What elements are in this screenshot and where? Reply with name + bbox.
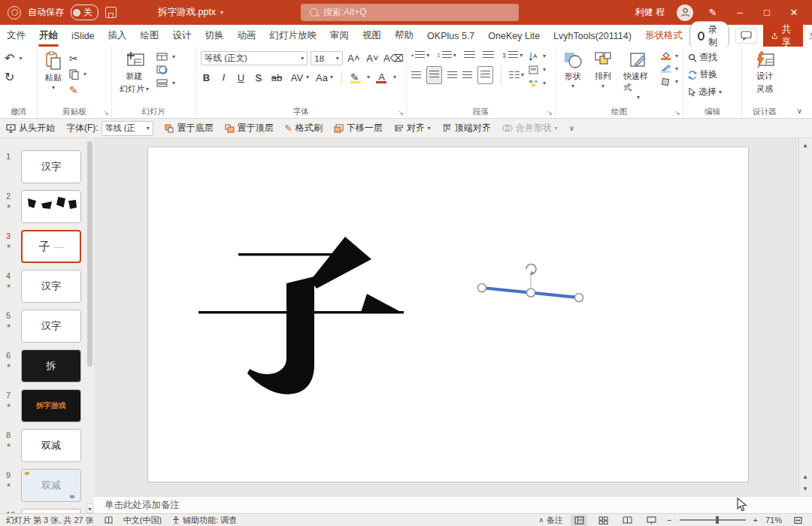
new-slide-button[interactable]: 新建 幻灯片 ▾ bbox=[117, 51, 152, 95]
tab-形状格式[interactable]: 形状格式 bbox=[638, 25, 689, 47]
format-painter-quick-button[interactable]: ✎ 格式刷 bbox=[285, 122, 323, 135]
slideshow-view-button[interactable] bbox=[643, 515, 659, 526]
slide-number-indicator[interactable]: 幻灯片 第 3 张, 共 27 张 bbox=[6, 515, 94, 526]
user-pen-icon[interactable] bbox=[809, 31, 812, 41]
slide-thumbnail-10[interactable]: 10 bbox=[0, 507, 94, 513]
ink-pen-icon[interactable]: ✎ bbox=[705, 7, 720, 18]
quick-styles-button[interactable]: 快速样式 ▾ bbox=[620, 51, 656, 101]
from-beginning-button[interactable]: 从头开始 bbox=[6, 122, 55, 135]
redo-button[interactable]: ↻ bbox=[5, 71, 22, 83]
tab-切换[interactable]: 切换 bbox=[198, 25, 231, 47]
scroll-down-icon[interactable]: ▼ bbox=[86, 503, 93, 513]
tab-审阅[interactable]: 审阅 bbox=[323, 25, 356, 47]
merge-shapes-button[interactable]: 合并形状 ▾ bbox=[502, 122, 558, 135]
shape-fill-button[interactable]: ▾ bbox=[661, 52, 678, 60]
align-top-button[interactable]: 顶端对齐 bbox=[442, 122, 491, 135]
align-center-button[interactable] bbox=[426, 66, 442, 84]
close-button[interactable]: ✕ bbox=[786, 7, 801, 18]
copy-button[interactable]: ▾ bbox=[69, 69, 86, 80]
zoom-in-button[interactable]: + bbox=[753, 515, 758, 524]
comments-button[interactable] bbox=[735, 28, 757, 44]
scrollbar-thumb[interactable] bbox=[87, 141, 92, 367]
slide-canvas-area[interactable]: ▲ ▲ ▼ bbox=[94, 138, 812, 496]
shape-outline-button[interactable]: ▾ bbox=[661, 65, 678, 73]
bullets-button[interactable]: • ▾ bbox=[411, 51, 429, 59]
bold-button[interactable]: B bbox=[201, 72, 212, 83]
slide-editing-surface[interactable] bbox=[147, 147, 749, 482]
italic-button[interactable]: I bbox=[218, 71, 229, 83]
align-text-button[interactable]: ▾ bbox=[529, 65, 546, 74]
midpoint-handle[interactable] bbox=[527, 289, 535, 297]
find-button[interactable]: 查找 bbox=[688, 51, 722, 64]
cut-button[interactable]: ✂ bbox=[69, 53, 86, 64]
tab-设计[interactable]: 设计 bbox=[166, 25, 198, 47]
scroll-up-icon[interactable]: ▲ bbox=[799, 140, 811, 151]
tab-动画[interactable]: 动画 bbox=[231, 25, 263, 47]
canvas-scrollbar[interactable]: ▲ ▲ ▼ bbox=[798, 138, 812, 496]
tab-视图[interactable]: 视图 bbox=[356, 25, 388, 47]
autosave-toggle[interactable]: 关 bbox=[71, 5, 98, 20]
slide-thumbnail-1[interactable]: 1汉字 bbox=[0, 149, 94, 189]
increase-indent-button[interactable] bbox=[483, 51, 494, 59]
smartart-button[interactable]: ▾ bbox=[529, 79, 546, 88]
shrink-font-button[interactable]: A˅ bbox=[365, 53, 380, 64]
tab-LvyhTools(201114)[interactable]: LvyhTools(201114) bbox=[547, 25, 638, 47]
dialog-launcher-icon[interactable]: ↘ bbox=[547, 109, 553, 116]
align-left-button[interactable] bbox=[411, 71, 421, 80]
send-to-back-button[interactable]: 置于底层 bbox=[165, 122, 214, 135]
reading-view-button[interactable] bbox=[619, 515, 635, 526]
send-backward-button[interactable]: 下移一层 bbox=[334, 122, 383, 135]
previous-slide-button[interactable]: ▲ bbox=[799, 471, 811, 482]
rotate-handle-icon[interactable] bbox=[526, 265, 536, 276]
character-spacing-button[interactable]: AV ▾ bbox=[289, 72, 309, 83]
align-right-button[interactable] bbox=[447, 71, 457, 80]
slide-thumbnail-8[interactable]: 8★双减 bbox=[0, 428, 94, 467]
slide-thumbnail-5[interactable]: 5★汉字 bbox=[0, 308, 94, 348]
zoom-slider[interactable] bbox=[680, 519, 746, 521]
app-icon[interactable] bbox=[8, 6, 21, 20]
reset-slide-icon[interactable] bbox=[156, 65, 168, 74]
zoom-slider-thumb[interactable] bbox=[716, 516, 719, 524]
selected-line-shape[interactable] bbox=[478, 265, 583, 302]
tab-file[interactable]: 文件 bbox=[0, 25, 32, 47]
zoom-level[interactable]: 71% bbox=[765, 515, 782, 524]
strikethrough-button[interactable]: ab bbox=[270, 72, 283, 83]
font-quick-select[interactable]: 等线 (正ゞ ▾ bbox=[102, 121, 153, 136]
line-spacing-button[interactable]: ⇕ ▾ bbox=[501, 51, 523, 59]
slide-thumbnail-7[interactable]: 7★拆字游戏 bbox=[0, 388, 94, 428]
save-icon[interactable] bbox=[105, 7, 117, 18]
replace-button[interactable]: 替换 bbox=[688, 68, 722, 81]
avatar[interactable] bbox=[677, 5, 693, 21]
tab-帮助[interactable]: 帮助 bbox=[388, 25, 420, 47]
clear-formatting-button[interactable]: A⌫ bbox=[383, 53, 401, 64]
undo-button[interactable]: ↶ ▾ bbox=[5, 53, 22, 65]
zoom-out-button[interactable]: − bbox=[667, 515, 671, 524]
change-case-button[interactable]: Aa ▾ bbox=[315, 72, 333, 83]
decrease-indent-button[interactable] bbox=[464, 51, 475, 59]
shadow-button[interactable]: S bbox=[253, 72, 264, 83]
tab-OneKey Lite[interactable]: OneKey Lite bbox=[481, 25, 547, 47]
highlight-button[interactable]: ✎ bbox=[350, 72, 361, 83]
text-direction-button[interactable]: A ▾ bbox=[529, 52, 546, 61]
underline-button[interactable]: U bbox=[235, 72, 247, 83]
slide-sorter-view-button[interactable] bbox=[595, 515, 611, 526]
thumbnail-scrollbar[interactable]: ▼ bbox=[86, 138, 93, 513]
slide-thumbnail-4[interactable]: 4★汉字 bbox=[0, 268, 94, 308]
resize-handle-right[interactable] bbox=[575, 294, 583, 302]
align-button[interactable]: 对齐 ▾ bbox=[394, 122, 431, 135]
shapes-button[interactable]: 形状 ▾ bbox=[560, 51, 586, 89]
slide-thumbnail-9[interactable]: 9★双减 bbox=[0, 467, 94, 507]
slide-thumbnail-2[interactable]: 2★ bbox=[0, 189, 94, 228]
design-ideas-button[interactable]: 设计 灵感 bbox=[751, 51, 778, 95]
distribute-button[interactable] bbox=[477, 66, 493, 84]
section-button[interactable]: ▾ bbox=[156, 79, 175, 87]
search-input[interactable]: 搜索:Alt+Q bbox=[301, 4, 519, 21]
font-name-select[interactable]: 等线 (正文) ▾ bbox=[201, 51, 308, 65]
normal-view-button[interactable] bbox=[571, 515, 587, 526]
accessibility-checker[interactable]: 辅助功能: 调查 bbox=[172, 515, 237, 526]
paste-button[interactable]: 粘贴 ▾ bbox=[42, 51, 65, 91]
tab-绘图[interactable]: 绘图 bbox=[134, 25, 166, 47]
toolbar-overflow-button[interactable]: ∨ bbox=[569, 125, 574, 132]
resize-handle-left[interactable] bbox=[478, 284, 486, 292]
slide-thumbnail-6[interactable]: 6★拆 bbox=[0, 348, 94, 388]
